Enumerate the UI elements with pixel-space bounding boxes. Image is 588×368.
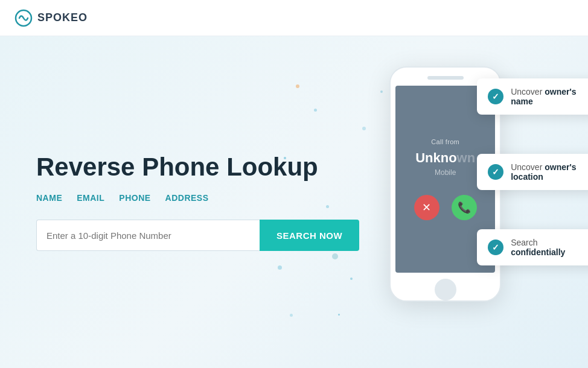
caller-sub-label: Mobile [435, 168, 456, 177]
accept-button: 📞 [452, 195, 477, 220]
check-circle-3: ✓ [488, 240, 503, 255]
logo-text: SPOKEO [37, 11, 88, 24]
feature-text-2: Uncover owner's location [511, 162, 588, 182]
phone-action-buttons: ✕ 📞 [414, 195, 477, 220]
left-panel: Reverse Phone Lookup NAME EMAIL PHONE AD… [36, 153, 359, 251]
search-now-button[interactable]: SEARCH NOW [260, 220, 359, 251]
checkmark-icon-3: ✓ [492, 243, 499, 252]
header: SPOKEO [0, 0, 588, 36]
search-type-nav: NAME EMAIL PHONE ADDRESS [36, 193, 359, 203]
right-panel: Call from Unknown Mobile ✕ 📞 ✓ [359, 60, 552, 344]
main-content: Reverse Phone Lookup NAME EMAIL PHONE AD… [0, 36, 588, 368]
phone-home-button [435, 279, 456, 300]
feature-card-owner-location: ✓ Uncover owner's location [477, 154, 588, 190]
decline-button: ✕ [414, 195, 439, 220]
feature-card-confidential: ✓ Search confidentially [477, 229, 588, 265]
phone-search-input[interactable] [36, 220, 260, 251]
check-circle-1: ✓ [488, 89, 503, 104]
checkmark-icon-2: ✓ [492, 167, 499, 177]
phone-speaker [427, 76, 464, 80]
search-form: SEARCH NOW [36, 220, 359, 251]
checkmark-icon-1: ✓ [492, 92, 499, 101]
nav-link-address[interactable]: ADDRESS [165, 193, 209, 203]
feature-card-owner-name: ✓ Uncover owner's name [477, 78, 588, 115]
nav-link-phone[interactable]: PHONE [119, 193, 150, 203]
check-circle-2: ✓ [488, 164, 503, 180]
call-from-label: Call from [431, 138, 459, 145]
feature-text-3: Search confidentially [511, 238, 588, 257]
nav-link-name[interactable]: NAME [36, 193, 62, 203]
spokeo-logo-icon [14, 9, 33, 27]
logo[interactable]: SPOKEO [14, 9, 88, 27]
feature-text-1: Uncover owner's name [511, 87, 588, 106]
unknown-caller-text: Unknown [415, 150, 475, 166]
page-title: Reverse Phone Lookup [36, 153, 359, 181]
nav-link-email[interactable]: EMAIL [77, 193, 104, 203]
